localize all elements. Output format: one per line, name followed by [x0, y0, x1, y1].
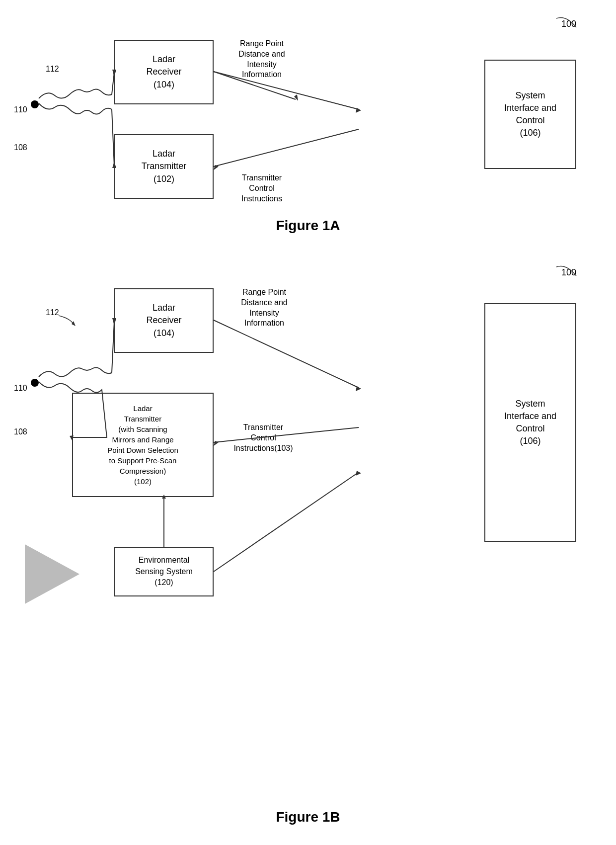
ladar-transmitter-box-1b: LadarTransmitter(with ScanningMirrors an… [72, 393, 214, 497]
range-point-label-1a: Range Point Distance and Intensity Infor… [230, 39, 294, 80]
env-sensing-label-1b: EnvironmentalSensing System(120) [135, 555, 193, 588]
svg-marker-19 [72, 321, 76, 326]
system-interface-label-1b: SystemInterface andControl(106) [504, 398, 556, 448]
ref-110-1b: 110 [14, 384, 27, 393]
transmitter-control-label-1a: Transmitter Control Instructions [230, 173, 294, 204]
svg-marker-12 [356, 386, 361, 391]
ladar-transmitter-label-1b: LadarTransmitter(with ScanningMirrors an… [107, 403, 178, 487]
ladar-receiver-box-1a: LadarReceiver(104) [114, 40, 214, 104]
transmitter-control-label-1b: Transmitter Control Instructions(103) [226, 422, 301, 453]
svg-marker-6 [356, 108, 361, 113]
ladar-receiver-label-1b: LadarReceiver(104) [146, 302, 181, 339]
ladar-receiver-box-1b: LadarReceiver(104) [114, 288, 214, 353]
figure-1b-title: Figure 1B [276, 809, 340, 825]
svg-line-7 [214, 129, 359, 167]
system-interface-box-1a: SystemInterface andControl(106) [484, 60, 576, 169]
svg-marker-3 [294, 94, 298, 101]
target-dot-1b [31, 379, 39, 387]
ref-108-1b: 108 [14, 427, 27, 436]
svg-marker-8 [214, 165, 219, 170]
ref-100-curve-fig1b [546, 261, 586, 281]
figure-1a-title: Figure 1A [276, 218, 340, 234]
ladar-transmitter-label-1a: LadarTransmitter(102) [142, 148, 186, 185]
svg-line-11 [214, 320, 359, 388]
range-point-label-1b: Range Point Distance and Intensity Infor… [230, 287, 299, 329]
svg-marker-18 [356, 471, 361, 476]
ladar-transmitter-box-1a: LadarTransmitter(102) [114, 134, 214, 199]
env-sensing-box-1b: EnvironmentalSensing System(120) [114, 547, 214, 596]
system-interface-label-1a: SystemInterface andControl(106) [504, 89, 556, 140]
target-dot-1a [31, 100, 39, 108]
svg-marker-14 [214, 441, 219, 446]
ref-112-1a: 112 [46, 65, 59, 74]
ref-108-1a: 108 [14, 143, 27, 152]
env-sensor-triangle-1b [25, 544, 79, 604]
ref-110-1a: 110 [14, 105, 27, 114]
ladar-receiver-label-1a: LadarReceiver(104) [146, 53, 181, 91]
svg-line-17 [214, 472, 359, 572]
ref-100-curve-fig1a [546, 12, 586, 32]
system-interface-box-1b: SystemInterface andControl(106) [484, 303, 576, 542]
page: 100 LadarReceiver(104) LadarTransmitter(… [0, 0, 616, 845]
figure-1b: 100 LadarReceiver(104) LadarTransmitter(… [0, 258, 616, 830]
figure-1a: 100 LadarReceiver(104) LadarTransmitter(… [0, 10, 616, 239]
ref-112-1b: 112 [46, 308, 59, 317]
